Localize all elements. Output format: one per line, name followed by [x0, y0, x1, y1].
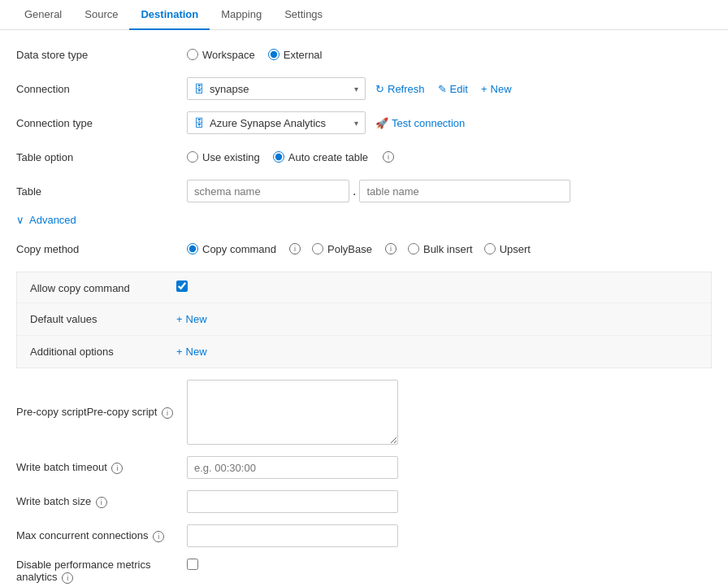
- additional-options-new-button[interactable]: + New: [176, 344, 207, 359]
- advanced-toggle[interactable]: ∨ Advanced: [16, 214, 712, 226]
- copy-method-controls: Copy command i PolyBase i Bulk insert Up…: [187, 243, 531, 255]
- refresh-icon: ↻: [375, 83, 384, 95]
- bulk-insert-radio[interactable]: [408, 243, 419, 254]
- db-icon: 🗄: [194, 83, 205, 95]
- copy-command-radio[interactable]: [187, 243, 198, 254]
- write-batch-timeout-row: Write batch timeout i: [16, 456, 712, 479]
- default-values-row: Default values + New: [17, 303, 711, 336]
- test-connection-button[interactable]: 🚀 Test connection: [372, 115, 468, 131]
- max-concurrent-connections-label: Max concurrent connections i: [16, 529, 187, 542]
- disable-metrics-info-icon[interactable]: i: [62, 572, 73, 584]
- data-store-type-controls: Workspace External: [187, 49, 323, 61]
- table-name-input[interactable]: [359, 180, 570, 202]
- use-existing-radio-item[interactable]: Use existing: [187, 151, 260, 163]
- plus-icon: +: [481, 83, 488, 95]
- max-concurrent-connections-row: Max concurrent connections i: [16, 524, 712, 547]
- schema-name-input[interactable]: [187, 180, 349, 202]
- copy-method-label: Copy method: [16, 243, 187, 255]
- upsert-radio[interactable]: [484, 243, 496, 254]
- external-radio[interactable]: [268, 49, 280, 60]
- write-batch-size-input[interactable]: [187, 490, 398, 513]
- write-batch-size-label: Write batch size i: [16, 495, 187, 508]
- copy-command-radio-item[interactable]: Copy command: [187, 243, 276, 255]
- connection-label: Connection: [16, 83, 187, 95]
- upsert-label: Upsert: [500, 243, 531, 255]
- disable-metrics-label: Disable performance metrics analytics i: [16, 559, 187, 584]
- data-store-type-label: Data store type: [16, 49, 187, 61]
- max-concurrent-connections-input[interactable]: [187, 524, 398, 547]
- workspace-radio-item[interactable]: Workspace: [187, 49, 255, 61]
- tab-general[interactable]: General: [13, 0, 73, 30]
- pre-copy-script-label: Pre-copy scriptPre-copy script i: [16, 406, 187, 419]
- auto-create-radio[interactable]: [273, 151, 284, 163]
- dot-separator: .: [353, 184, 356, 198]
- default-values-label: Default values: [30, 311, 176, 325]
- default-values-new-label: New: [186, 313, 207, 325]
- edit-button[interactable]: ✎ Edit: [435, 81, 471, 97]
- write-batch-size-info-icon[interactable]: i: [96, 497, 107, 508]
- connection-type-arrow-icon: ▾: [354, 119, 358, 128]
- write-batch-timeout-controls: [187, 456, 398, 479]
- bulk-insert-radio-item[interactable]: Bulk insert: [408, 243, 473, 255]
- write-batch-timeout-info-icon[interactable]: i: [111, 463, 123, 474]
- copy-method-row: Copy method Copy command i PolyBase i Bu…: [16, 237, 712, 260]
- pre-copy-script-row: Pre-copy scriptPre-copy script i: [16, 380, 712, 445]
- data-store-type-row: Data store type Workspace External: [16, 43, 712, 66]
- allow-copy-command-checkbox[interactable]: [176, 280, 188, 292]
- auto-create-radio-item[interactable]: Auto create table: [273, 151, 368, 163]
- copy-command-info-icon[interactable]: i: [289, 243, 301, 254]
- tab-source[interactable]: Source: [73, 0, 129, 30]
- polybase-radio-item[interactable]: PolyBase: [312, 243, 372, 255]
- dropdown-arrow-icon: ▾: [354, 85, 358, 93]
- connection-type-label: Connection type: [16, 117, 187, 129]
- connection-type-dropdown[interactable]: 🗄 Azure Synapse Analytics ▾: [187, 111, 366, 134]
- default-values-controls: + New: [176, 311, 207, 327]
- tab-destination[interactable]: Destination: [129, 0, 210, 30]
- default-values-new-button[interactable]: + New: [176, 311, 207, 327]
- connection-value: synapse: [210, 83, 249, 95]
- new-connection-button[interactable]: + New: [478, 81, 515, 97]
- pre-copy-script-input[interactable]: [187, 380, 398, 445]
- connection-controls: 🗄 synapse ▾ ↻ Refresh ✎ Edit + New: [187, 77, 515, 100]
- write-batch-timeout-label: Write batch timeout i: [16, 461, 187, 474]
- additional-options-new-label: New: [186, 346, 207, 358]
- chevron-down-icon: ∨: [16, 214, 24, 226]
- test-icon: 🚀: [375, 117, 388, 129]
- polybase-label: PolyBase: [327, 243, 372, 255]
- additional-options-controls: + New: [176, 344, 207, 359]
- use-existing-radio[interactable]: [187, 151, 198, 163]
- external-radio-label: External: [284, 49, 323, 61]
- allow-copy-command-controls: [176, 280, 188, 294]
- table-label: Table: [16, 185, 187, 198]
- workspace-radio[interactable]: [187, 49, 198, 60]
- connection-dropdown[interactable]: 🗄 synapse ▾: [187, 77, 366, 100]
- additional-options-label: Additional options: [30, 344, 176, 358]
- connection-type-row: Connection type 🗄 Azure Synapse Analytic…: [16, 111, 712, 134]
- allow-copy-command-row: Allow copy command: [17, 272, 711, 303]
- copy-command-section: Allow copy command Default values + New …: [16, 272, 712, 368]
- upsert-radio-item[interactable]: Upsert: [484, 243, 531, 255]
- tab-bar: General Source Destination Mapping Setti…: [0, 0, 728, 30]
- refresh-button[interactable]: ↻ Refresh: [372, 81, 428, 97]
- default-values-plus-icon: +: [176, 313, 183, 325]
- pre-copy-script-info-icon[interactable]: i: [162, 407, 173, 419]
- table-option-row: Table option Use existing Auto create ta…: [16, 146, 712, 168]
- synapse-icon: 🗄: [194, 117, 205, 129]
- table-controls: .: [187, 180, 570, 202]
- table-option-info-icon[interactable]: i: [383, 151, 394, 163]
- tab-mapping[interactable]: Mapping: [210, 0, 273, 30]
- tab-settings[interactable]: Settings: [273, 0, 334, 30]
- pre-copy-script-controls: [187, 380, 398, 445]
- write-batch-timeout-input[interactable]: [187, 456, 398, 479]
- disable-metrics-checkbox[interactable]: [187, 559, 198, 570]
- polybase-radio[interactable]: [312, 243, 323, 254]
- max-concurrent-info-icon[interactable]: i: [153, 531, 164, 542]
- test-connection-label: Test connection: [392, 117, 465, 129]
- write-batch-size-controls: [187, 490, 398, 513]
- external-radio-item[interactable]: External: [268, 49, 323, 61]
- workspace-radio-label: Workspace: [202, 49, 255, 61]
- main-content: Data store type Workspace External Conne…: [0, 30, 728, 587]
- polybase-info-icon[interactable]: i: [385, 243, 396, 254]
- new-label: New: [491, 83, 512, 95]
- copy-command-label: Copy command: [202, 243, 276, 255]
